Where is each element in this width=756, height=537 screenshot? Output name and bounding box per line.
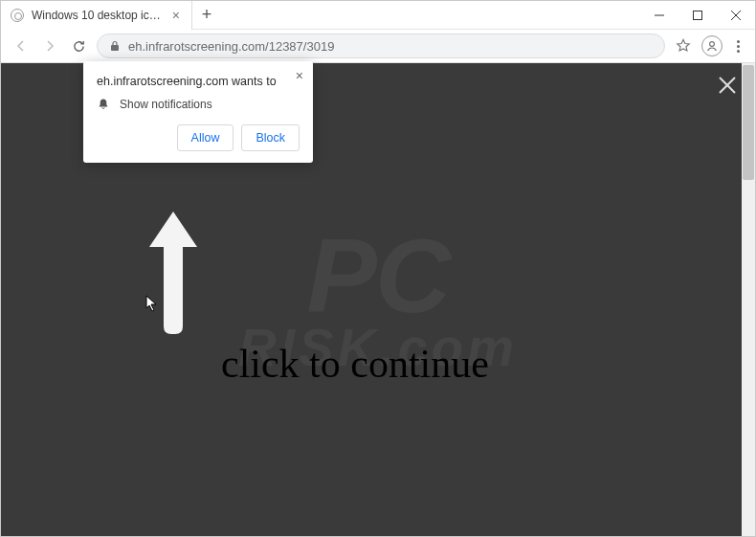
window-controls — [640, 1, 755, 30]
lock-icon — [109, 40, 121, 52]
back-button[interactable] — [11, 35, 32, 56]
close-window-button[interactable] — [717, 1, 755, 30]
profile-avatar-icon[interactable] — [701, 35, 723, 56]
tab-title: Windows 10 desktop icons missi — [32, 9, 163, 22]
svg-rect-1 — [694, 11, 702, 19]
reload-button[interactable] — [68, 35, 89, 56]
bookmark-star-icon[interactable] — [673, 35, 694, 56]
block-button[interactable]: Block — [241, 124, 300, 151]
bell-icon — [97, 98, 110, 111]
svg-rect-4 — [111, 45, 119, 51]
scrollbar-thumb[interactable] — [743, 65, 754, 180]
notification-title: eh.infrarotscreening.com wants to — [97, 75, 300, 88]
svg-point-5 — [710, 42, 715, 47]
tab-active[interactable]: Windows 10 desktop icons missi × — [1, 1, 192, 30]
click-to-continue-text: click to continue — [221, 341, 489, 387]
address-bar: eh.infrarotscreening.com/12387/3019 — [1, 30, 755, 63]
new-tab-button[interactable]: + — [192, 5, 221, 25]
notification-permission-popup: × eh.infrarotscreening.com wants to Show… — [83, 61, 313, 163]
notification-close-icon[interactable]: × — [296, 69, 303, 82]
notification-row: Show notifications — [97, 98, 300, 111]
titlebar: Windows 10 desktop icons missi × + — [1, 1, 755, 30]
notification-line: Show notifications — [120, 98, 212, 111]
maximize-button[interactable] — [678, 1, 717, 30]
scrollbar[interactable] — [742, 63, 755, 536]
arrow-up-icon — [145, 207, 202, 336]
menu-kebab-icon[interactable] — [730, 40, 745, 53]
globe-icon — [11, 9, 24, 22]
allow-button[interactable]: Allow — [177, 124, 234, 151]
page-close-icon[interactable] — [717, 75, 738, 100]
forward-button[interactable] — [39, 35, 60, 56]
address-field[interactable]: eh.infrarotscreening.com/12387/3019 — [97, 34, 665, 58]
close-tab-icon[interactable]: × — [170, 9, 182, 22]
minimize-button[interactable] — [640, 1, 678, 30]
notification-buttons: Allow Block — [97, 124, 300, 151]
watermark-top: PC — [307, 216, 450, 334]
url-text: eh.infrarotscreening.com/12387/3019 — [128, 39, 334, 54]
